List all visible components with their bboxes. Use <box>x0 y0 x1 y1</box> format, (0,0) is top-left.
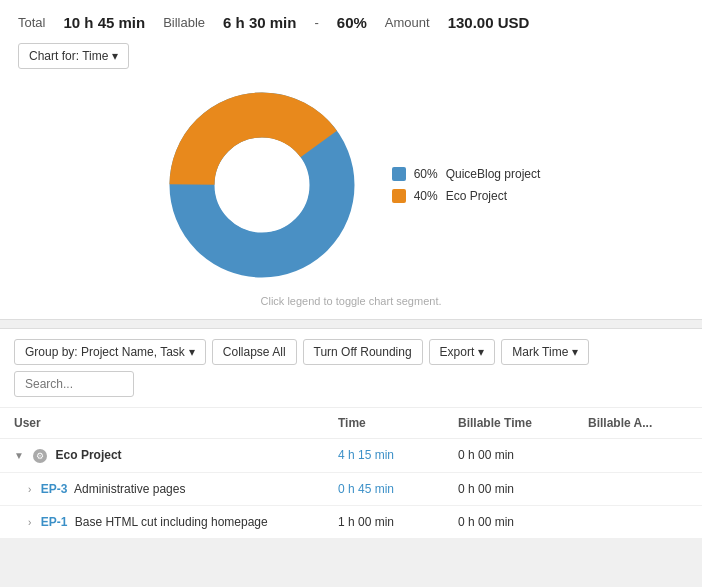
bottom-panel: Group by: Project Name, Task ▾ Collapse … <box>0 328 702 539</box>
collapse-all-button[interactable]: Collapse All <box>212 339 297 365</box>
task-tag-2: EP-1 <box>41 515 68 529</box>
total-value: 10 h 45 min <box>63 14 145 31</box>
legend-color-orange <box>392 189 406 203</box>
task-time: 0 h 45 min <box>338 482 458 496</box>
project-row-user: ▼ ⚙ Eco Project <box>14 448 338 463</box>
legend-item-orange[interactable]: 40% Eco Project <box>392 189 541 203</box>
chart-container: 40% 60% 60% QuiceBlog project 40% Eco Pr… <box>18 79 684 319</box>
project-name: Eco Project <box>56 448 122 462</box>
task-billable-time: 0 h 00 min <box>458 482 588 496</box>
legend-item-blue[interactable]: 60% QuiceBlog project <box>392 167 541 181</box>
top-panel: Total 10 h 45 min Billable 6 h 30 min - … <box>0 0 702 320</box>
turn-off-rounding-button[interactable]: Turn Off Rounding <box>303 339 423 365</box>
legend-pct-blue: 60% <box>414 167 438 181</box>
toolbar: Group by: Project Name, Task ▾ Collapse … <box>0 329 702 408</box>
legend-pct-orange: 40% <box>414 189 438 203</box>
search-input[interactable] <box>14 371 134 397</box>
chevron-right-icon[interactable]: › <box>28 484 31 495</box>
project-time: 4 h 15 min <box>338 448 458 462</box>
task-billable-time-2: 0 h 00 min <box>458 515 588 529</box>
chevron-right-icon-2[interactable]: › <box>28 517 31 528</box>
donut-wrapper: 40% 60% 60% QuiceBlog project 40% Eco Pr… <box>162 85 541 285</box>
amount-label: Amount <box>385 15 430 30</box>
project-icon: ⚙ <box>33 449 47 463</box>
billable-pct: 60% <box>337 14 367 31</box>
group-by-button[interactable]: Group by: Project Name, Task ▾ <box>14 339 206 365</box>
legend-color-blue <box>392 167 406 181</box>
legend: 60% QuiceBlog project 40% Eco Project <box>392 167 541 203</box>
summary-bar: Total 10 h 45 min Billable 6 h 30 min - … <box>18 14 684 43</box>
billable-value: 6 h 30 min <box>223 14 296 31</box>
legend-name-blue: QuiceBlog project <box>446 167 541 181</box>
dash: - <box>314 15 318 30</box>
legend-name-orange: Eco Project <box>446 189 507 203</box>
col-time: Time <box>338 416 458 430</box>
billable-label: Billable <box>163 15 205 30</box>
task-time-2: 1 h 00 min <box>338 515 458 529</box>
mark-time-button[interactable]: Mark Time ▾ <box>501 339 589 365</box>
project-billable-time: 0 h 00 min <box>458 448 588 462</box>
table-header: User Time Billable Time Billable A... <box>0 408 702 439</box>
task-name: Administrative pages <box>74 482 185 496</box>
chart-hint: Click legend to toggle chart segment. <box>261 295 442 319</box>
svg-text:60%: 60% <box>280 188 306 203</box>
donut-chart: 40% 60% <box>162 85 362 285</box>
total-label: Total <box>18 15 45 30</box>
chart-controls: Chart for: Time ▾ <box>18 43 684 79</box>
chevron-down-icon[interactable]: ▼ <box>14 450 24 461</box>
table-row: ▼ ⚙ Eco Project 4 h 15 min 0 h 00 min <box>0 439 702 473</box>
table-row: › EP-3 Administrative pages 0 h 45 min 0… <box>0 473 702 506</box>
col-user: User <box>14 416 338 430</box>
col-billable-time: Billable Time <box>458 416 588 430</box>
col-billable-amount: Billable A... <box>588 416 688 430</box>
task-row-user-2: › EP-1 Base HTML cut including homepage <box>28 515 338 529</box>
chart-for-button[interactable]: Chart for: Time ▾ <box>18 43 129 69</box>
amount-value: 130.00 USD <box>448 14 530 31</box>
svg-text:40%: 40% <box>224 178 250 193</box>
task-name-2: Base HTML cut including homepage <box>75 515 268 529</box>
table-row: › EP-1 Base HTML cut including homepage … <box>0 506 702 539</box>
task-tag: EP-3 <box>41 482 68 496</box>
export-button[interactable]: Export ▾ <box>429 339 496 365</box>
task-row-user: › EP-3 Administrative pages <box>28 482 338 496</box>
